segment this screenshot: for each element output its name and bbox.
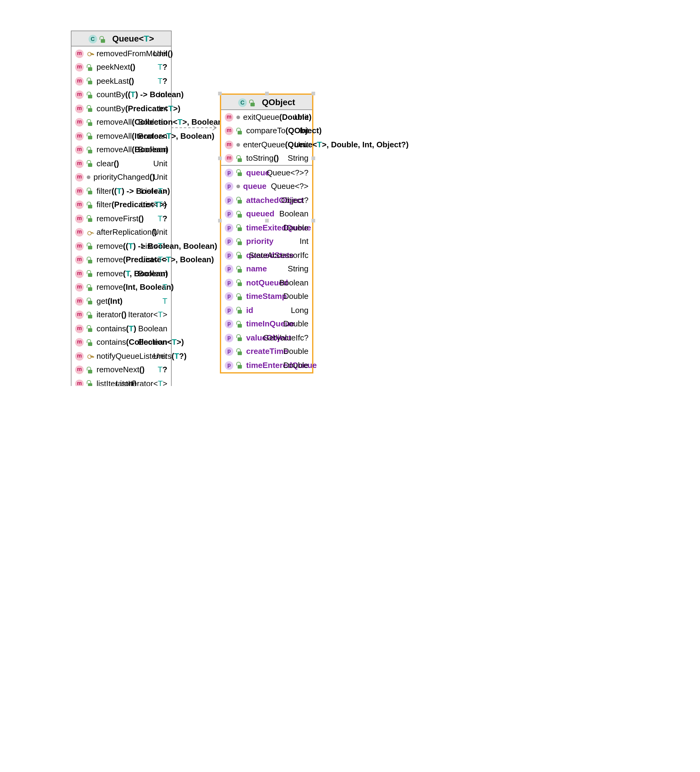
method-row[interactable]: mfilter(Predicate<T>)List<T> [72,198,171,212]
class-box-qobject[interactable]: C QObject mexitQueue(Double)Unitmcompare… [220,93,313,373]
method-row[interactable]: mfilter((T) -> Boolean)List<T> [72,184,171,198]
method-icon: m [75,63,84,72]
property-row[interactable]: pqueueQueue<?>? [221,166,312,180]
open-lock-icon [237,321,243,327]
open-lock-icon [237,293,243,300]
method-row[interactable]: mpeekNext()T? [72,61,171,74]
selection-handle[interactable] [218,92,222,95]
selection-handle[interactable] [312,219,315,222]
return-type: Unit [153,350,167,362]
method-row[interactable]: mlistIterator()ListIterator<T> [72,377,171,386]
method-row[interactable]: mcontains(T)Boolean [72,322,171,335]
return-type: Int [300,125,308,137]
open-lock-icon [237,279,243,286]
method-row[interactable]: mget(Int)T [72,294,171,308]
method-row[interactable]: mremove(T, Boolean)Boolean [72,267,171,281]
return-type: T [163,295,167,307]
selection-handle[interactable] [218,157,222,160]
open-lock-icon [87,201,93,208]
method-icon: m [75,146,84,154]
method-icon: m [75,297,84,305]
return-type: Unit [153,172,167,183]
open-lock-icon [237,211,243,217]
property-row[interactable]: ptimeEnteredQueueDouble [221,358,312,372]
property-name: queue [246,167,270,179]
open-lock-icon [87,92,93,98]
open-lock-icon [237,128,243,134]
method-icon: m [75,324,84,333]
property-type: Object? [281,195,308,206]
method-row[interactable]: mremoveFirst()T? [72,212,171,226]
method-icon: m [75,49,84,58]
method-row[interactable]: mcontains(Collection<T>)Boolean [72,335,171,349]
property-row[interactable]: ptimeStampDouble [221,290,312,304]
method-row[interactable]: mexitQueue(Double)Unit [221,110,312,124]
property-icon: p [225,347,233,356]
method-icon: m [225,154,233,163]
method-row[interactable]: mremovedFromModel()Unit [72,47,171,61]
property-row[interactable]: pvalueObjectGetValueIfc? [221,331,312,345]
property-row[interactable]: pqueuedStateStateAccessorIfc [221,249,312,262]
method-icon: m [75,366,84,374]
method-row[interactable]: mcountBy(Predicate<T>)Int [72,102,171,116]
package-private-icon [87,175,90,179]
selection-handle[interactable] [312,157,315,160]
property-row[interactable]: pnameString [221,262,312,276]
open-lock-icon [87,132,93,139]
method-signature: contains(T) [96,323,136,335]
package-private-icon [237,143,240,146]
property-type: Double [284,318,308,330]
method-row[interactable]: mremove((T) -> Boolean, Boolean)List<T> [72,239,171,253]
method-row[interactable]: mcountBy((T) -> Boolean)Int [72,88,171,102]
method-row[interactable]: mremove(Predicate<T>, Boolean)List<T> [72,253,171,267]
method-row[interactable]: mremoveAll(Iterator<T>, Boolean)Boolean [72,129,171,143]
method-row[interactable]: mnotifyQueueListeners(T?)Unit [72,349,171,363]
open-lock-icon [87,311,93,318]
property-row[interactable]: pnotQueuedBoolean [221,276,312,290]
method-icon: m [75,77,84,85]
method-row[interactable]: miterator()Iterator<T> [72,308,171,322]
method-icon: m [75,379,84,386]
method-row[interactable]: mremove(Int, Boolean)T [72,281,171,294]
method-icon: m [75,214,84,223]
property-icon: p [225,209,233,218]
method-signature: priorityChanged() [93,172,155,183]
property-row[interactable]: ptimeInQueueDouble [221,317,312,331]
open-lock-icon [237,169,243,176]
properties-section: pqueueQueue<?>?pqueueQueue<?>pattachedOb… [221,166,312,372]
selection-handle[interactable] [218,219,222,222]
property-name: createTime [246,346,288,358]
selection-handle[interactable] [265,92,269,95]
method-row[interactable]: mafterReplication()Unit [72,226,171,239]
method-row[interactable]: mtoString()String [221,152,312,165]
property-icon: p [225,334,233,342]
property-name: priority [246,236,274,247]
method-row[interactable]: mclear()Unit [72,157,171,170]
return-type: Boolean [138,116,167,128]
method-row[interactable]: mremoveNext()T? [72,363,171,377]
return-type: Int [158,103,167,114]
property-row[interactable]: ppriorityInt [221,235,312,249]
property-row[interactable]: pqueueQueue<?> [221,180,312,193]
method-row[interactable]: mremoveAll(Boolean)Boolean [72,143,171,157]
property-row[interactable]: pcreateTimeDouble [221,345,312,358]
method-row[interactable]: mpeekLast()T? [72,74,171,88]
method-signature: removeFirst() [96,213,144,225]
method-signature: countBy(Predicate<T>) [96,103,181,114]
property-type: StateAccessorIfc [249,249,308,261]
method-row[interactable]: mcompareTo(QObject)Int [221,124,312,138]
selection-handle[interactable] [265,219,269,222]
property-type: Queue<?>? [267,167,308,179]
class-box-queue[interactable]: C Queue<T> mremovedFromModel()UnitmpeekN… [71,31,171,386]
property-row[interactable]: pidLong [221,304,312,317]
open-lock-icon [87,64,93,70]
method-row[interactable]: menterQueue(Queue<T>, Double, Int, Objec… [221,138,312,152]
method-row[interactable]: mpriorityChanged()Unit [72,170,171,184]
class-title: Queue<T> [112,34,154,43]
property-row[interactable]: ptimeExitedQueueDouble [221,221,312,235]
property-icon: p [225,182,233,191]
method-row[interactable]: mremoveAll(Collection<T>, Boolean)Boolea… [72,116,171,129]
selection-handle[interactable] [312,92,315,95]
uml-canvas: C Queue<T> mremovedFromModel()UnitmpeekN… [0,0,700,386]
property-row[interactable]: pattachedObjectObject? [221,193,312,207]
